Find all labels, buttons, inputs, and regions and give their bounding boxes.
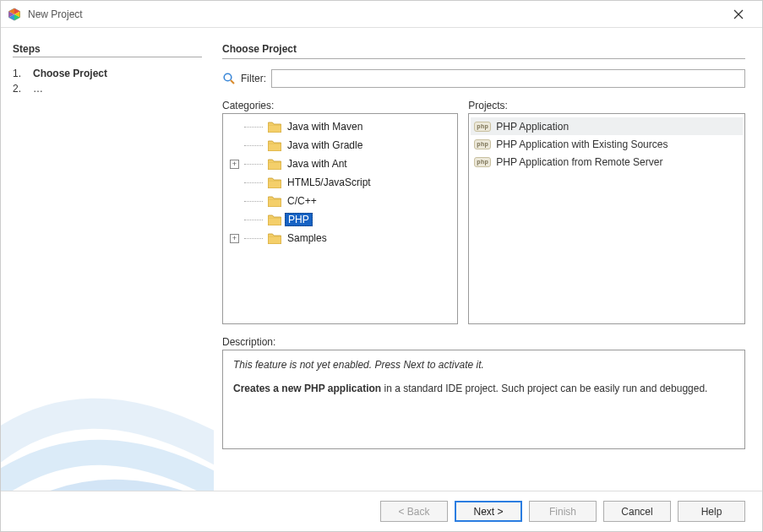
- tree-spacer: [230, 215, 239, 225]
- tree-line: [244, 238, 263, 239]
- svg-point-9: [224, 73, 232, 81]
- category-item[interactable]: +Samples: [225, 229, 455, 247]
- category-label: PHP: [285, 213, 313, 226]
- tree-spacer: [230, 178, 239, 187]
- category-label: Java with Ant: [285, 158, 350, 170]
- category-item[interactable]: Java with Gradle: [225, 136, 455, 155]
- tree-spacer: [230, 197, 239, 206]
- tree-line: [244, 220, 263, 220]
- filter-row: Filter:: [222, 69, 745, 88]
- sidebar-decoration: [1, 339, 214, 491]
- search-icon: [222, 72, 236, 85]
- filter-label: Filter:: [241, 73, 266, 84]
- app-logo-icon: [8, 8, 21, 21]
- help-button[interactable]: Help: [678, 501, 745, 522]
- projects-list: phpPHP ApplicationphpPHP Application wit…: [471, 117, 743, 171]
- description-text: Creates a new PHP application in a stand…: [233, 383, 734, 394]
- expand-icon[interactable]: +: [230, 234, 239, 243]
- projects-panel[interactable]: phpPHP ApplicationphpPHP Application wit…: [468, 113, 745, 324]
- category-item[interactable]: +Java with Ant: [225, 155, 455, 173]
- next-button[interactable]: Next >: [455, 501, 522, 522]
- category-item[interactable]: C/C++: [225, 192, 455, 210]
- svg-line-10: [231, 80, 234, 84]
- category-item[interactable]: HTML5/JavaScript: [225, 173, 455, 192]
- steps-list: 1. Choose Project 2. …: [13, 66, 202, 96]
- folder-icon: [268, 140, 281, 151]
- step-label: …: [33, 83, 43, 95]
- description-note: This feature is not yet enabled. Press N…: [233, 359, 734, 371]
- categories-column: Categories: Java with MavenJava with Gra…: [222, 100, 458, 324]
- description-strong: Creates a new PHP application: [233, 383, 381, 394]
- page-title: Choose Project: [222, 43, 745, 55]
- category-item[interactable]: PHP: [225, 210, 455, 229]
- description-label: Description:: [222, 336, 745, 348]
- expand-icon[interactable]: +: [230, 160, 239, 169]
- step-number: 2.: [13, 83, 25, 95]
- content-area: Steps 1. Choose Project 2. … Choose Proj…: [1, 28, 762, 491]
- tree-line: [244, 164, 263, 165]
- project-label: PHP Application with Existing Sources: [496, 138, 668, 150]
- tree-spacer: [230, 141, 239, 150]
- categories-tree: Java with MavenJava with Gradle+Java wit…: [225, 117, 455, 247]
- folder-icon: [268, 233, 281, 244]
- folder-icon: [268, 177, 281, 188]
- tree-line: [244, 127, 263, 128]
- folder-icon: [268, 214, 281, 225]
- step-item: 1. Choose Project: [13, 66, 202, 81]
- projects-column: Projects: phpPHP ApplicationphpPHP Appli…: [468, 100, 745, 324]
- description-rest: in a standard IDE project. Such project …: [381, 383, 707, 394]
- category-label: HTML5/JavaScript: [285, 176, 373, 188]
- cancel-button[interactable]: Cancel: [603, 501, 671, 522]
- button-bar: < Back Next > Finish Cancel Help: [1, 491, 762, 531]
- projects-label: Projects:: [468, 100, 745, 111]
- project-item[interactable]: phpPHP Application with Existing Sources: [471, 135, 743, 153]
- category-label: Java with Maven: [285, 121, 365, 133]
- description-box: This feature is not yet enabled. Press N…: [222, 350, 745, 449]
- categories-label: Categories:: [222, 100, 458, 111]
- project-label: PHP Application: [496, 121, 569, 133]
- close-icon[interactable]: [722, 3, 755, 26]
- tree-spacer: [230, 122, 239, 132]
- step-number: 1.: [13, 68, 25, 79]
- project-item[interactable]: phpPHP Application: [471, 117, 743, 135]
- step-item: 2. …: [13, 81, 202, 96]
- filter-input[interactable]: [271, 69, 745, 88]
- project-item[interactable]: phpPHP Application from Remote Server: [471, 153, 743, 171]
- category-label: C/C++: [285, 195, 319, 207]
- back-button[interactable]: < Back: [380, 501, 448, 522]
- tree-line: [244, 182, 263, 183]
- category-item[interactable]: Java with Maven: [225, 117, 455, 136]
- main-rule: [222, 58, 745, 59]
- panels: Categories: Java with MavenJava with Gra…: [222, 100, 745, 324]
- php-icon: php: [474, 122, 491, 132]
- project-label: PHP Application from Remote Server: [496, 156, 662, 168]
- titlebar: New Project: [1, 1, 762, 28]
- folder-icon: [268, 122, 281, 133]
- category-label: Samples: [285, 232, 330, 244]
- steps-sidebar: Steps 1. Choose Project 2. …: [1, 28, 214, 491]
- steps-rule: [13, 57, 202, 57]
- main-panel: Choose Project Filter: Categories: Java …: [214, 28, 762, 491]
- category-label: Java with Gradle: [285, 139, 365, 151]
- tree-line: [244, 201, 263, 202]
- folder-icon: [268, 196, 281, 207]
- folder-icon: [268, 159, 281, 170]
- php-icon: php: [474, 157, 491, 167]
- finish-button[interactable]: Finish: [529, 501, 597, 522]
- window-title: New Project: [28, 8, 722, 20]
- categories-panel[interactable]: Java with MavenJava with Gradle+Java wit…: [222, 113, 458, 324]
- php-icon: php: [474, 139, 491, 149]
- step-label: Choose Project: [33, 68, 107, 79]
- tree-line: [244, 145, 263, 146]
- steps-heading: Steps: [13, 43, 202, 55]
